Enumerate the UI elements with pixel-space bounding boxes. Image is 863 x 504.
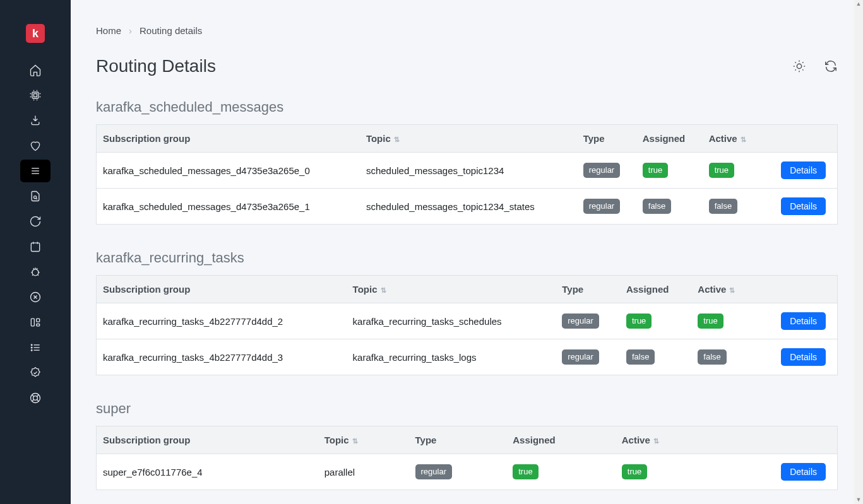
nav-calendar[interactable] xyxy=(20,235,51,258)
table-row: karafka_scheduled_messages_d4735e3a265e_… xyxy=(97,153,838,189)
cell-subscription-group: super_e7f6c011776e_4 xyxy=(97,454,318,490)
section-title: karafka_scheduled_messages xyxy=(96,99,838,115)
type-badge: regular xyxy=(583,163,620,178)
details-button[interactable]: Details xyxy=(781,348,826,366)
column-header-subscription_group: Subscription group xyxy=(97,426,318,454)
scrollbar[interactable]: ▲ ▼ xyxy=(854,0,863,504)
cell-topic: scheduled_messages_topic1234_states xyxy=(360,189,577,225)
nav-file-search[interactable] xyxy=(20,185,51,208)
layout-icon xyxy=(29,316,42,329)
sort-icon: ⇅ xyxy=(350,437,358,445)
assigned-badge: true xyxy=(513,464,538,479)
column-header-subscription_group: Subscription group xyxy=(97,125,360,153)
column-header-topic[interactable]: Topic ⇅ xyxy=(318,426,409,454)
routing-table: Subscription groupTopic ⇅TypeAssignedAct… xyxy=(96,275,838,375)
chevron-right-icon: › xyxy=(129,25,132,36)
nav-download[interactable] xyxy=(20,109,51,132)
cell-topic: karafka_recurring_tasks_schedules xyxy=(347,303,556,339)
assigned-badge: false xyxy=(643,199,671,214)
home-icon xyxy=(29,64,42,76)
table-row: karafka_recurring_tasks_4b227777d4dd_3ka… xyxy=(97,339,838,375)
column-header-actions xyxy=(714,426,838,454)
cell-topic: scheduled_messages_topic1234 xyxy=(360,153,577,189)
section-title: karafka_recurring_tasks xyxy=(96,250,838,266)
column-header-topic[interactable]: Topic ⇅ xyxy=(347,276,556,303)
column-header-active[interactable]: Active ⇅ xyxy=(703,125,763,153)
cell-assigned: false xyxy=(636,189,703,225)
routing-table: Subscription groupTopic ⇅TypeAssignedAct… xyxy=(96,124,838,225)
svg-line-6 xyxy=(36,198,37,199)
sort-icon: ⇅ xyxy=(739,136,746,143)
details-button[interactable]: Details xyxy=(781,312,826,330)
cell-type: regular xyxy=(577,153,636,189)
column-header-actions xyxy=(756,276,838,303)
cell-topic: parallel xyxy=(318,454,409,490)
nav-cpu[interactable] xyxy=(20,84,51,107)
nav-layout[interactable] xyxy=(20,311,51,334)
sort-icon: ⇅ xyxy=(379,286,386,294)
bug-icon xyxy=(29,266,42,278)
svg-rect-14 xyxy=(31,319,34,326)
cell-type: regular xyxy=(556,339,620,375)
type-badge: regular xyxy=(562,349,598,365)
nav-list[interactable] xyxy=(20,336,51,359)
scroll-down-icon: ▼ xyxy=(856,497,862,503)
breadcrumb-current: Routing details xyxy=(140,25,202,36)
routing-table: Subscription groupTopic ⇅TypeAssignedAct… xyxy=(96,426,838,490)
breadcrumb-home[interactable]: Home xyxy=(96,25,121,36)
nav-support[interactable] xyxy=(20,387,51,409)
column-header-type: Type xyxy=(409,426,507,454)
nav-routing[interactable] xyxy=(20,160,51,182)
sort-icon: ⇅ xyxy=(652,437,659,445)
refresh-icon xyxy=(824,59,838,73)
x-circle-icon xyxy=(29,291,42,303)
details-button[interactable]: Details xyxy=(781,197,826,215)
svg-point-19 xyxy=(31,349,32,351)
active-badge: true xyxy=(698,314,723,329)
cell-subscription-group: karafka_scheduled_messages_d4735e3a265e_… xyxy=(97,153,360,189)
cell-actions: Details xyxy=(756,339,838,375)
nav-check-badge[interactable] xyxy=(20,361,51,384)
cell-type: regular xyxy=(577,189,636,225)
active-badge: false xyxy=(709,199,737,214)
column-header-assigned: Assigned xyxy=(620,276,691,303)
cell-type: regular xyxy=(556,303,620,339)
column-header-type: Type xyxy=(577,125,636,153)
column-header-active[interactable]: Active ⇅ xyxy=(616,426,714,454)
cell-active: true xyxy=(691,303,756,339)
refresh-button[interactable] xyxy=(824,59,838,73)
cell-subscription-group: karafka_scheduled_messages_d4735e3a265e_… xyxy=(97,189,360,225)
details-button[interactable]: Details xyxy=(781,161,826,179)
refresh-icon xyxy=(29,215,42,228)
nav-health[interactable] xyxy=(20,134,51,157)
table-row: super_e7f6c011776e_4parallelregulartruet… xyxy=(97,454,838,490)
column-header-active[interactable]: Active ⇅ xyxy=(691,276,756,303)
details-button[interactable]: Details xyxy=(781,463,826,481)
sort-icon: ⇅ xyxy=(392,136,400,143)
svg-rect-16 xyxy=(37,324,40,326)
sidebar-nav xyxy=(20,59,51,409)
list-icon xyxy=(29,341,42,354)
nav-bug[interactable] xyxy=(20,261,51,283)
calendar-icon xyxy=(29,240,42,253)
theme-toggle[interactable] xyxy=(792,59,806,73)
column-header-topic[interactable]: Topic ⇅ xyxy=(360,125,577,153)
type-badge: regular xyxy=(583,199,620,214)
svg-point-18 xyxy=(31,347,32,348)
svg-rect-15 xyxy=(37,319,40,322)
svg-rect-0 xyxy=(32,92,39,98)
type-badge: regular xyxy=(415,464,452,479)
assigned-badge: true xyxy=(626,314,652,329)
cell-assigned: true xyxy=(620,303,691,339)
cpu-icon xyxy=(29,89,42,102)
nav-close-circle[interactable] xyxy=(20,286,51,308)
svg-point-29 xyxy=(797,64,801,68)
column-header-subscription_group: Subscription group xyxy=(97,276,347,303)
breadcrumb: Home › Routing details xyxy=(96,25,838,36)
main-content: Home › Routing details Routing Details k… xyxy=(71,0,863,504)
column-header-assigned: Assigned xyxy=(636,125,703,153)
nav-home[interactable] xyxy=(20,59,51,81)
nav-refresh[interactable] xyxy=(20,210,51,233)
app-logo[interactable]: k xyxy=(26,24,45,43)
svg-line-25 xyxy=(32,395,34,397)
